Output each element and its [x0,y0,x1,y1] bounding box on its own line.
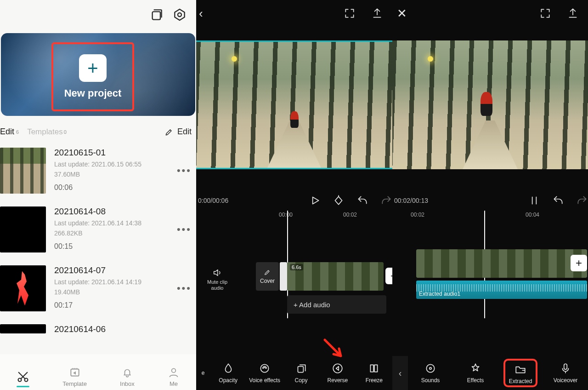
settings-icon[interactable] [172,7,187,22]
back-icon[interactable]: ‹ [199,6,203,21]
tool-reverse[interactable]: Reverse [319,362,356,384]
play-icon[interactable] [309,195,321,206]
nav-inbox[interactable]: Inbox [120,367,135,387]
bottom-nav: Template Inbox Me [0,354,196,390]
tab-edit[interactable]: Edit [0,127,14,137]
project-updated: Last update: 2021.06.15 06:55 [54,161,141,168]
effects-icon [469,362,481,374]
tool-label: Reverse [328,377,348,384]
svg-marker-1 [175,9,184,20]
video-clip[interactable] [416,249,587,278]
tool-freeze[interactable]: Freeze [356,362,392,384]
redo-icon[interactable] [380,195,392,206]
tool-scroll-left[interactable]: ‹ [392,356,408,390]
clip-duration-tag: 6.6s [290,264,303,270]
timeline-ruler[interactable]: 00:00 00:02 [196,212,392,222]
tool-opacity[interactable]: Opacity [210,362,246,384]
tool-label: e [202,370,205,376]
tool-label: Copy [295,377,308,384]
project-size: 37.60MB [54,171,141,178]
project-thumb [0,265,46,311]
scissors-icon [17,370,29,383]
undo-icon[interactable] [552,195,564,206]
project-updated: Last update: 2021.06.14 14:38 [54,219,141,227]
audio-track[interactable]: Extracted audio1 [416,281,587,299]
project-title: 20210614-08 [54,206,141,217]
export-icon[interactable] [371,7,383,19]
tool-voice-effects[interactable]: Voice effects [246,362,283,384]
tool-label: Extracted [509,378,532,384]
add-clip-button[interactable]: + [571,255,587,271]
project-thumb [0,324,46,333]
tool-sounds[interactable]: Sounds [408,362,453,384]
svg-point-6 [172,368,176,373]
timeline[interactable]: Mute clip audio Cover 6.6s + + Add audio [196,222,392,327]
edit-mode-button[interactable]: Edit [164,127,192,137]
sounds-icon [424,362,436,374]
export-icon[interactable] [567,7,579,19]
undo-icon[interactable] [356,195,368,206]
ruler-mark: 00:00 [279,212,293,218]
playback-time: 00:02/00:13 [394,197,428,204]
video-preview[interactable] [196,40,392,169]
mute-label: Mute clip audio [204,279,231,291]
editor-panel-a: ‹ 0:00/00:06 00:00 00:02 Mute clip audio [196,0,392,390]
project-more-icon[interactable]: ••• [177,282,194,294]
project-item[interactable]: 20210615-01 Last update: 2021.06.15 06:5… [0,141,196,200]
freeze-icon [368,362,380,374]
project-item[interactable]: 20210614-07 Last update: 2021.06.14 14:1… [0,259,196,318]
video-preview[interactable] [392,40,588,169]
project-duration: 00:15 [54,242,141,251]
bell-icon [121,367,133,379]
tool-voiceover[interactable]: Voiceover [543,362,588,384]
home-panel: + New project Edit 6 Templates 0 Edit 20… [0,0,196,390]
voice-effects-icon [259,362,271,374]
nav-template[interactable]: Template [62,367,87,387]
cover-button[interactable]: Cover [256,262,279,291]
cover-label: Cover [260,278,275,284]
project-item[interactable]: 20210614-06 [0,318,196,334]
nav-edit[interactable] [17,370,29,387]
redo-icon[interactable] [576,195,588,206]
project-list: 20210615-01 Last update: 2021.06.15 06:5… [0,141,196,354]
profile-icon [168,367,180,379]
tool-extracted[interactable]: Extracted [498,359,543,387]
tool-label: Sounds [421,377,440,384]
timeline-ruler[interactable]: 00:02 00:04 [392,212,588,222]
pencil-icon [264,269,271,276]
clip-handle-left[interactable] [280,262,287,291]
project-item[interactable]: 20210614-08 Last update: 2021.06.14 14:3… [0,200,196,259]
fullscreen-icon[interactable] [539,7,551,19]
keyframe-icon[interactable] [333,195,345,206]
close-icon[interactable]: ✕ [397,6,407,21]
svg-point-13 [430,367,431,369]
fullscreen-icon[interactable] [344,7,356,19]
mute-clip-audio-button[interactable]: Mute clip audio [204,268,231,291]
ruler-mark: 00:04 [526,212,539,218]
project-title: 20210614-07 [54,265,141,275]
tool-partial[interactable]: e [196,370,210,376]
tab-templates[interactable]: Templates [27,127,62,137]
mic-icon [560,362,571,374]
tool-label: Effects [467,377,484,384]
project-more-icon[interactable]: ••• [177,224,194,235]
video-clip[interactable]: 6.6s [287,262,384,291]
new-project-button[interactable]: + New project [51,42,134,111]
tool-copy[interactable]: Copy [283,362,319,384]
project-title: 20210614-06 [54,324,106,334]
project-more-icon[interactable]: ••• [177,165,194,177]
reverse-icon [332,362,344,374]
project-title: 20210615-01 [54,148,141,158]
new-project-label: New project [64,87,122,99]
add-audio-button[interactable]: + Add audio [287,295,386,314]
tool-row: e Opacity Voice effects Copy Reverse Fre… [196,356,392,390]
cards-icon[interactable] [149,7,164,22]
pause-icon[interactable] [528,195,540,206]
nav-me[interactable]: Me [168,367,180,387]
project-thumb [0,206,46,252]
timeline[interactable]: + Extracted audio1 [392,222,588,327]
tab-edit-count: 6 [16,129,19,135]
tool-effects[interactable]: Effects [453,362,498,384]
audio-track-label: Extracted audio1 [419,291,460,297]
ruler-mark: 00:02 [411,212,424,218]
